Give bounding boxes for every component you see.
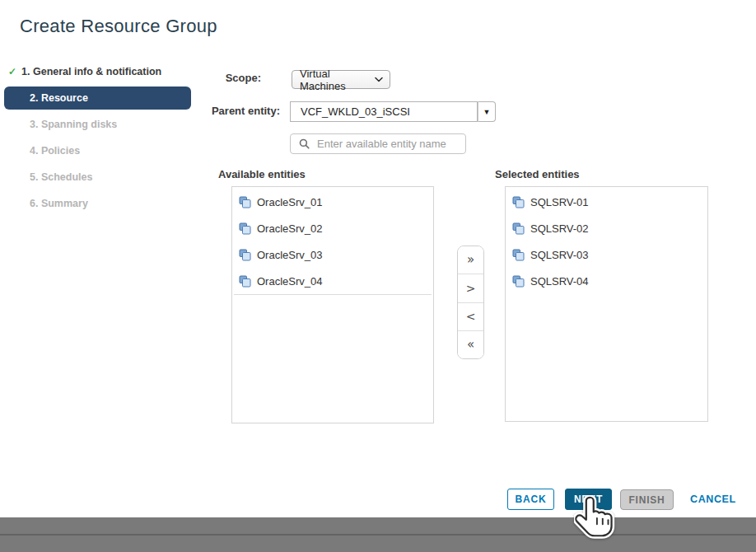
list-item[interactable]: SQLSRV-04: [506, 268, 707, 294]
entity-name: OracleSrv_03: [257, 249, 322, 261]
move-all-left-button[interactable]: «: [458, 330, 483, 358]
scope-selected-value: Virtual Machines: [300, 68, 375, 92]
search-input[interactable]: [310, 134, 465, 153]
create-resource-group-wizard: Create Resource Group ✓ 1. General info …: [0, 0, 756, 552]
vm-icon: [512, 196, 525, 208]
transfer-button-group: » > < «: [457, 246, 484, 359]
list-item[interactable]: OracleSrv_03: [232, 241, 433, 268]
available-entities-list: OracleSrv_01 OracleSrv_02 OracleSrv_03 O…: [231, 186, 434, 423]
move-left-button[interactable]: <: [458, 302, 483, 330]
next-button[interactable]: NEXT: [565, 489, 612, 510]
step-summary[interactable]: 6. Summary: [0, 190, 191, 217]
wizard-steps: ✓ 1. General info & notification 2. Reso…: [0, 58, 191, 217]
scope-select[interactable]: Virtual Machines: [292, 70, 390, 89]
search-icon: [299, 138, 310, 149]
step-spanning-disks[interactable]: 3. Spanning disks: [0, 111, 191, 138]
selected-entities-list: SQLSRV-01 SQLSRV-02 SQLSRV-03 SQLSRV-04: [505, 186, 708, 422]
vm-icon: [512, 275, 525, 288]
scope-label: Scope:: [198, 72, 261, 84]
entity-name: SQLSRV-01: [530, 196, 589, 208]
vm-icon: [239, 196, 251, 208]
window-bottom-bar: [0, 517, 756, 552]
move-all-right-button[interactable]: »: [458, 246, 483, 274]
vm-icon: [239, 249, 251, 261]
list-item[interactable]: SQLSRV-01: [506, 189, 707, 215]
entity-search-box: [290, 133, 466, 154]
step-label: 6. Summary: [30, 198, 88, 209]
parent-entity-input[interactable]: [290, 101, 478, 122]
move-right-button[interactable]: >: [458, 274, 483, 302]
step-label: 5. Schedules: [30, 171, 92, 183]
step-label: 4. Policies: [30, 145, 80, 157]
vm-icon: [239, 222, 251, 235]
vm-icon: [512, 249, 525, 261]
available-entities-label: Available entities: [218, 168, 306, 180]
entity-name: OracleSrv_04: [257, 275, 322, 288]
page-title: Create Resource Group: [20, 16, 217, 37]
entity-name: OracleSrv_01: [257, 196, 322, 208]
step-policies[interactable]: 4. Policies: [0, 138, 191, 164]
entity-name: SQLSRV-03: [530, 249, 589, 261]
selected-entities-label: Selected entities: [495, 168, 580, 180]
step-schedules[interactable]: 5. Schedules: [0, 164, 191, 190]
check-icon: ✓: [8, 66, 16, 77]
step-general-info[interactable]: ✓ 1. General info & notification: [0, 58, 191, 85]
entity-name: SQLSRV-02: [530, 222, 589, 235]
step-label: 1. General info & notification: [21, 66, 161, 77]
entity-name: SQLSRV-04: [530, 275, 589, 288]
list-item[interactable]: SQLSRV-02: [506, 215, 707, 241]
dropdown-arrow-icon: ▼: [483, 108, 491, 116]
back-button[interactable]: BACK: [507, 489, 554, 510]
parent-entity-label: Parent entity:: [188, 105, 280, 117]
list-item[interactable]: OracleSrv_01: [232, 189, 433, 215]
entity-name: OracleSrv_02: [257, 222, 322, 235]
step-label: 3. Spanning disks: [30, 119, 117, 130]
list-item[interactable]: SQLSRV-03: [506, 241, 707, 268]
list-item[interactable]: OracleSrv_02: [232, 215, 433, 241]
step-resource[interactable]: 2. Resource: [4, 87, 191, 110]
step-label: 2. Resource: [30, 92, 88, 104]
vm-icon: [239, 275, 251, 288]
parent-entity-dropdown-button[interactable]: ▼: [478, 101, 496, 122]
chevron-down-icon: [375, 77, 383, 82]
cancel-button[interactable]: CANCEL: [690, 491, 736, 508]
list-item[interactable]: OracleSrv_04: [234, 268, 432, 295]
vm-icon: [512, 222, 525, 235]
finish-button: FINISH: [620, 489, 674, 510]
window-bar-seam: [0, 534, 756, 536]
